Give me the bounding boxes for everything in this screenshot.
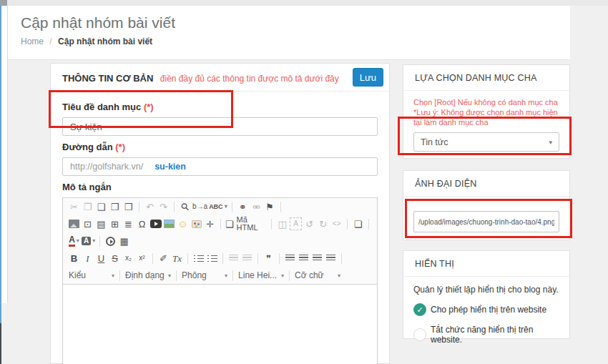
page-break-icon[interactable]: ▤ bbox=[95, 217, 107, 230]
accept-changes-icon[interactable]: ↺ bbox=[303, 217, 315, 230]
cut-icon[interactable]: ✂ bbox=[68, 200, 80, 213]
copy-formatting-icon[interactable]: ✐ bbox=[157, 252, 170, 265]
breadcrumb-current: Cập nhật nhóm bài viết bbox=[58, 36, 152, 46]
breadcrumb-home[interactable]: Home bbox=[21, 36, 44, 46]
find-icon[interactable]: ◫ bbox=[276, 217, 288, 230]
spellcheck-dropdown[interactable]: ABC▾ bbox=[209, 200, 227, 213]
text-color-dropdown[interactable]: A▾ bbox=[68, 235, 80, 247]
basic-info-panel: THÔNG TIN CƠ BẢN điền đầy đủ các thông t… bbox=[50, 63, 390, 364]
inline-code-icon[interactable]: <> bbox=[330, 217, 343, 230]
parent-category-selected-value: Tin tức bbox=[421, 137, 448, 147]
rich-text-editor: ✂❐❑❒❒↶↷⚲b→aABC▾⚭⚮⚑⊡▤⊞≣Ω☺✛❏Mã HTML◫A↺↻<>❏… bbox=[62, 197, 378, 364]
subscript-button[interactable]: x₂ bbox=[122, 252, 134, 265]
paste-plain-text-icon[interactable]: ❒ bbox=[109, 200, 121, 213]
toolbar-separator bbox=[119, 270, 120, 281]
remove-format-button[interactable]: Tx bbox=[171, 252, 183, 265]
title-field-label: Tiêu đề danh mục (*) bbox=[62, 102, 378, 112]
title-input[interactable] bbox=[62, 117, 378, 136]
toolbar-separator bbox=[232, 202, 232, 212]
bold-button[interactable]: B bbox=[68, 252, 80, 265]
numbered-list-icon[interactable] bbox=[192, 252, 205, 265]
chevron-down-icon: ▾ bbox=[549, 139, 552, 146]
search-icon[interactable]: ⚲ bbox=[176, 198, 194, 216]
outdent-icon[interactable] bbox=[227, 252, 240, 265]
blockquote-icon[interactable]: ❞ bbox=[263, 252, 275, 265]
youtube-icon[interactable] bbox=[149, 217, 162, 230]
page-header: Cập nhật nhóm bài viết Home / Cập nhật n… bbox=[8, 6, 570, 60]
qr-code-icon[interactable]: ▦ bbox=[118, 235, 130, 247]
format-dropdown[interactable]: Định dạng▾ bbox=[124, 270, 172, 280]
toolbar-separator bbox=[368, 219, 369, 230]
align-justify-icon[interactable] bbox=[325, 252, 337, 265]
toolbar-separator bbox=[232, 270, 233, 281]
image-gallery-icon[interactable] bbox=[163, 217, 175, 230]
visibility-option-enabled[interactable]: ✓ Cho phép hiển thị trên website bbox=[413, 303, 559, 316]
image-icon[interactable] bbox=[68, 217, 80, 230]
indent-icon[interactable] bbox=[241, 252, 253, 265]
templates-icon[interactable] bbox=[190, 217, 202, 230]
save-button[interactable]: Lưu bbox=[353, 68, 383, 87]
basic-info-panel-header: THÔNG TIN CƠ BẢN điền đầy đủ các thông t… bbox=[51, 64, 389, 92]
table-icon[interactable]: ⊞ bbox=[109, 217, 121, 230]
special-char-icon[interactable]: Ω bbox=[136, 217, 148, 230]
copy-icon[interactable]: ❐ bbox=[82, 200, 94, 213]
featured-image-path-input[interactable] bbox=[413, 211, 559, 232]
top-edge-corner bbox=[0, 0, 7, 6]
align-center-icon[interactable] bbox=[298, 252, 310, 265]
check-circle-icon[interactable]: ✓ bbox=[413, 303, 426, 316]
horizontal-rule-icon[interactable]: ≣ bbox=[122, 217, 134, 230]
strikethrough-button[interactable]: S bbox=[109, 252, 121, 265]
visibility-header: HIỂN THỊ bbox=[403, 251, 569, 277]
background-color-dropdown[interactable]: A▾ bbox=[82, 235, 95, 247]
bullet-list-icon[interactable] bbox=[206, 252, 218, 265]
editor-toolbar: ✂❐❑❒❒↶↷⚲b→aABC▾⚭⚮⚑⊡▤⊞≣Ω☺✛❏Mã HTML◫A↺↻<>❏… bbox=[63, 198, 377, 284]
toolbar-separator bbox=[139, 202, 139, 212]
featured-image-header: ẢNH ĐẠI DIỆN bbox=[403, 171, 569, 197]
italic-button[interactable]: I bbox=[82, 252, 94, 265]
underline-button[interactable]: U bbox=[95, 252, 107, 265]
page-title: Cập nhật nhóm bài viết bbox=[21, 14, 570, 31]
top-right-background bbox=[570, 6, 608, 60]
maximize-icon[interactable]: ✛ bbox=[204, 217, 216, 230]
media-embed-icon[interactable] bbox=[104, 235, 117, 247]
basic-info-panel-body: Tiêu đề danh mục (*) Đường dẫn (*) http:… bbox=[51, 92, 389, 364]
paste-icon[interactable]: ❑ bbox=[95, 200, 107, 213]
parent-category-select[interactable]: Tin tức ▾ bbox=[413, 132, 559, 152]
unlink-icon[interactable]: ⚮ bbox=[250, 200, 263, 213]
reject-changes-icon[interactable]: ↻ bbox=[317, 217, 329, 230]
undo-icon[interactable]: ↶ bbox=[144, 200, 156, 213]
font-dropdown[interactable]: Phông▾ bbox=[180, 270, 229, 280]
superscript-button[interactable]: x² bbox=[136, 252, 148, 265]
parent-category-panel: LỰA CHỌN DANH MỤC CHA Chọn [Root] Nếu kh… bbox=[403, 64, 570, 159]
editor-content-area[interactable] bbox=[63, 284, 377, 364]
title-required-mark: (*) bbox=[144, 102, 154, 112]
iframe-icon[interactable]: ⊡ bbox=[82, 217, 94, 230]
anchor-flag-icon[interactable]: ⚑ bbox=[264, 200, 276, 213]
align-left-icon[interactable] bbox=[284, 252, 296, 265]
slug-field-label-text: Đường dẫn bbox=[62, 142, 113, 152]
visibility-option-disabled[interactable]: Tắt chức năng hiển thị trên website. bbox=[413, 325, 559, 345]
align-right-icon[interactable] bbox=[311, 252, 323, 265]
styles-dropdown[interactable]: Kiểu▾ bbox=[67, 270, 116, 280]
visibility-description: Quản lý thiết lập hiển thị cho blog này. bbox=[413, 285, 559, 295]
slug-input[interactable]: http://golfshark.vn/ su-kien bbox=[62, 157, 378, 176]
preview-icon[interactable]: ❏ bbox=[352, 217, 364, 230]
toolbar-separator bbox=[289, 270, 290, 281]
radio-unchecked-icon[interactable] bbox=[413, 328, 426, 341]
source-code-button[interactable]: ❏Mã HTML bbox=[225, 217, 267, 230]
link-icon[interactable]: ⚭ bbox=[237, 200, 249, 213]
paste-from-word-icon[interactable]: ❒ bbox=[122, 200, 134, 213]
select-all-icon[interactable]: A bbox=[290, 217, 302, 230]
left-edge-strip-dark bbox=[0, 323, 1, 364]
redo-icon[interactable]: ↷ bbox=[157, 200, 170, 213]
breadcrumb: Home / Cập nhật nhóm bài viết bbox=[21, 36, 570, 46]
font-size-dropdown[interactable]: Cỡ chữ▾ bbox=[293, 270, 342, 280]
toolbar-separator bbox=[347, 219, 348, 230]
smiley-icon[interactable]: ☺ bbox=[177, 217, 189, 230]
replace-icon[interactable]: b→a bbox=[192, 200, 207, 213]
toolbar-separator bbox=[258, 253, 258, 264]
line-height-dropdown[interactable]: Line Hei...▾ bbox=[237, 270, 285, 280]
slug-value[interactable]: su-kien bbox=[155, 162, 186, 172]
toolbar-separator bbox=[176, 270, 177, 281]
parent-category-note-2: *Lưu ý: Không được chọn danh mục hiện tạ… bbox=[413, 107, 559, 127]
